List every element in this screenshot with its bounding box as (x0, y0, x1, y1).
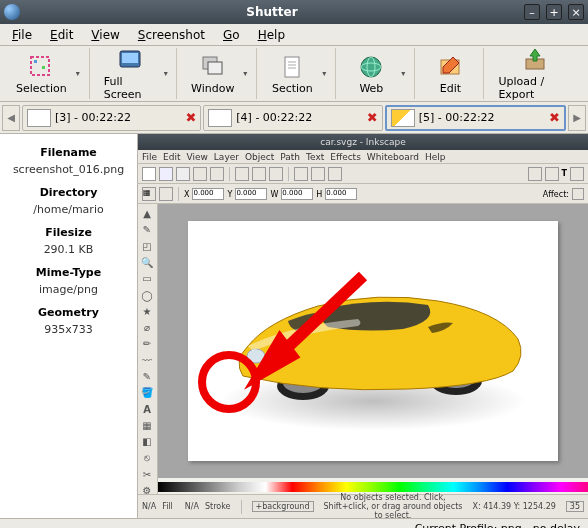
tab-thumb-icon (27, 109, 51, 127)
svg-rect-0 (31, 57, 49, 75)
window-title: Shutter (26, 5, 518, 19)
prop-filename-key: Filename (4, 146, 133, 159)
main-toolbar: Selection ▾ Full Screen ▾ Window ▾ Secti… (0, 46, 588, 102)
window-titlebar: Shutter – + × (0, 0, 588, 24)
prop-directory-val: /home/mario (4, 203, 133, 216)
tab-close-icon[interactable]: ✖ (367, 110, 378, 125)
app-icon (4, 4, 20, 20)
screenshot-preview: car.svgz - Inkscape FileEditViewLayerObj… (138, 134, 588, 518)
inkscape-menubar: FileEditViewLayerObjectPathTextEffectsWh… (138, 150, 588, 164)
web-dropdown[interactable]: ▾ (398, 69, 408, 78)
prop-mime-key: Mime-Type (4, 266, 133, 279)
menu-view[interactable]: View (83, 26, 127, 44)
section-dropdown[interactable]: ▾ (319, 69, 329, 78)
svg-rect-1 (34, 60, 37, 63)
svg-rect-7 (285, 57, 299, 77)
svg-rect-6 (208, 62, 222, 74)
fullscreen-dropdown[interactable]: ▾ (161, 69, 170, 78)
selection-icon (27, 53, 55, 81)
inkscape-statusbar: N/AFillN/AStroke +background No objects … (138, 494, 588, 518)
prop-mime-val: image/png (4, 283, 133, 296)
menu-file[interactable]: File (4, 26, 40, 44)
tab-3[interactable]: [3] - 00:22:22 ✖ (22, 105, 201, 131)
status-text: Current Profile: png - no delay (415, 522, 580, 528)
tab-thumb-icon (391, 109, 415, 127)
canvas-page (188, 221, 558, 461)
tab-bar: ◀ [3] - 00:22:22 ✖ [4] - 00:22:22 ✖ [5] … (0, 102, 588, 134)
prop-geom-val: 935x733 (4, 323, 133, 336)
selection-button[interactable]: Selection (10, 51, 73, 97)
prop-filename-val: screenshot_016.png (4, 163, 133, 176)
menubar: File Edit View Screenshot Go Help (0, 24, 588, 46)
inkscape-toolbars: T ▦X0.000Y0.000W0.000H0.000Affect: (138, 164, 588, 204)
section-button[interactable]: Section (265, 51, 319, 97)
properties-panel: Filenamescreenshot_016.png Directory/hom… (0, 134, 138, 518)
window-dropdown[interactable]: ▾ (240, 69, 250, 78)
tab-thumb-icon (208, 109, 232, 127)
tab-label: [3] - 00:22:22 (55, 111, 131, 124)
svg-marker-22 (258, 339, 293, 376)
edit-button[interactable]: Edit (423, 51, 477, 97)
selection-dropdown[interactable]: ▾ (73, 69, 83, 78)
prop-geom-key: Geometry (4, 306, 133, 319)
fullscreen-icon (116, 46, 144, 74)
edit-icon (436, 53, 464, 81)
tab-label: [4] - 00:22:22 (236, 111, 312, 124)
statusbar: Current Profile: png - no delay (0, 518, 588, 528)
inkscape-toolbox: ▲✎◰🔍▭◯★⌀✏〰✎🪣A▦◧⎋✂⚙ (138, 204, 158, 498)
pointer-tool-icon: ▲ (138, 206, 156, 221)
svg-rect-2 (42, 66, 45, 69)
maximize-button[interactable]: + (546, 4, 562, 20)
upload-button[interactable]: Upload / Export (492, 44, 578, 103)
tab-close-icon[interactable]: ✖ (549, 110, 560, 125)
web-icon (357, 53, 385, 81)
inkscape-canvas (158, 204, 588, 478)
prop-directory-key: Directory (4, 186, 133, 199)
prop-filesize-key: Filesize (4, 226, 133, 239)
upload-icon (521, 46, 549, 74)
minimize-button[interactable]: – (524, 4, 540, 20)
window-button[interactable]: Window (185, 51, 240, 97)
menu-help[interactable]: Help (250, 26, 293, 44)
svg-rect-4 (122, 53, 138, 63)
tab-5[interactable]: [5] - 00:22:22 ✖ (385, 105, 566, 131)
window-icon (199, 53, 227, 81)
inkscape-titlebar: car.svgz - Inkscape (138, 134, 588, 150)
svg-point-11 (361, 57, 381, 77)
annotation-arrow-icon (238, 261, 378, 391)
tab-prev-button[interactable]: ◀ (2, 105, 20, 131)
tab-close-icon[interactable]: ✖ (185, 110, 196, 125)
color-palette (158, 482, 588, 492)
menu-edit[interactable]: Edit (42, 26, 81, 44)
tab-label: [5] - 00:22:22 (419, 111, 495, 124)
fullscreen-button[interactable]: Full Screen (98, 44, 162, 103)
prop-filesize-val: 290.1 KB (4, 243, 133, 256)
tab-next-button[interactable]: ▶ (568, 105, 586, 131)
tab-4[interactable]: [4] - 00:22:22 ✖ (203, 105, 382, 131)
web-button[interactable]: Web (344, 51, 398, 97)
close-button[interactable]: × (568, 4, 584, 20)
menu-go[interactable]: Go (215, 26, 248, 44)
section-icon (278, 53, 306, 81)
menu-screenshot[interactable]: Screenshot (130, 26, 213, 44)
